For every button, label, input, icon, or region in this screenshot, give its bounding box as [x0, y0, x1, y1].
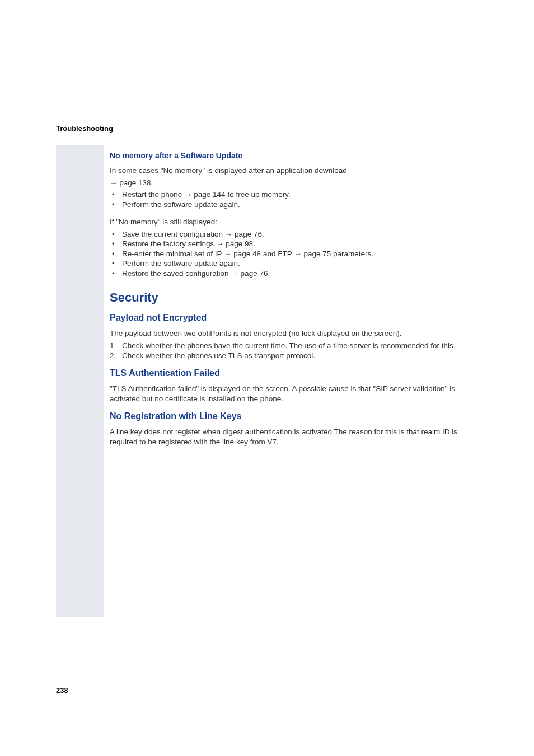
list-number: 1. [110, 341, 116, 351]
subheading-noreg: No Registration with Line Keys [110, 411, 478, 421]
intro-line-1: In some cases "No memory" is displayed a… [110, 166, 478, 176]
list-text: Check whether the phones have the curren… [122, 341, 456, 350]
payload-intro: The payload between two optiPoints is no… [110, 328, 478, 339]
list-item: Perform the software update again. [110, 200, 478, 210]
condition-line: If "No memory" is still displayed: [110, 217, 478, 227]
list-item: Save the current configuration → page 76… [110, 229, 478, 240]
page-number: 238 [56, 686, 68, 694]
list-item: Restore the saved configuration → page 7… [110, 269, 478, 279]
section-heading-security: Security [110, 290, 478, 305]
header-title: Troubleshooting [56, 124, 478, 133]
subheading-payload: Payload not Encrypted [110, 313, 478, 323]
bullet-list-1: Restart the phone → page 144 to free up … [110, 190, 478, 209]
main-content: No memory after a Software Update In som… [104, 145, 478, 617]
list-item: Restart the phone → page 144 to free up … [110, 190, 478, 200]
subheading-tls: TLS Authentication Failed [110, 368, 478, 378]
list-text: Check whether the phones use TLS as tran… [122, 351, 315, 360]
bullet-list-2: Save the current configuration → page 76… [110, 229, 478, 279]
left-band [56, 145, 104, 617]
numbered-list-payload: 1.Check whether the phones have the curr… [110, 341, 478, 360]
list-item: 1.Check whether the phones have the curr… [110, 341, 478, 351]
list-item: Restore the factory settings → page 98. [110, 239, 478, 249]
list-number: 2. [110, 351, 116, 361]
intro-line-2: → page 138. [110, 178, 478, 188]
page: Troubleshooting No memory after a Softwa… [0, 0, 534, 756]
list-item: Re-enter the minimal set of IP → page 48… [110, 249, 478, 259]
noreg-body: A line key does not register when digest… [110, 427, 478, 447]
content-wrapper: No memory after a Software Update In som… [56, 145, 478, 617]
list-item: Perform the software update again. [110, 259, 478, 269]
tls-body: "TLS Authentication failed" is displayed… [110, 384, 478, 403]
list-item: 2.Check whether the phones use TLS as tr… [110, 351, 478, 361]
section-heading-no-memory: No memory after a Software Update [110, 151, 478, 160]
page-header: Troubleshooting [56, 124, 478, 135]
